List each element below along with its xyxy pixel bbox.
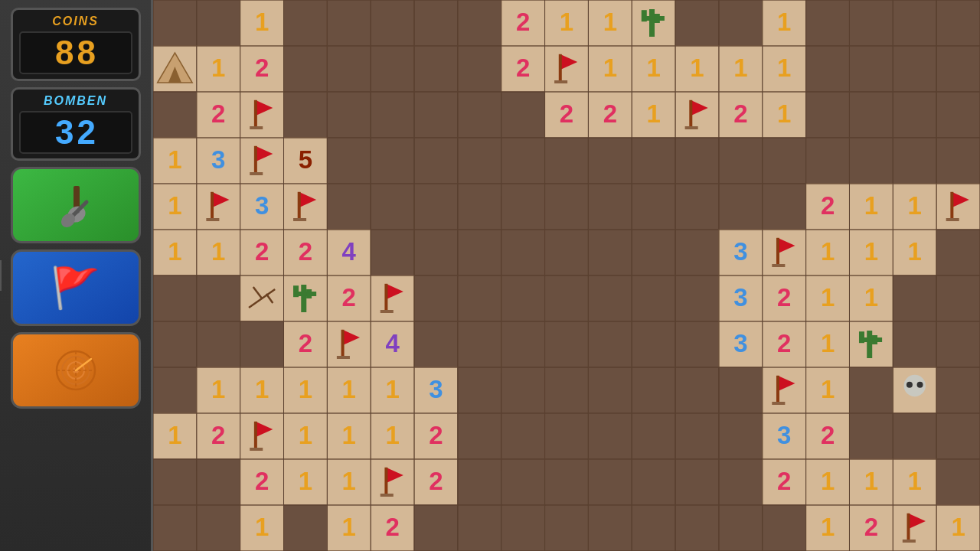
flag-icon: 🚩 — [51, 265, 100, 311]
sidebar: COINS 8 8 BOMBEN 3 2 🚩 — [0, 0, 153, 551]
flag-tool-button[interactable]: 🚩 — [11, 249, 141, 326]
coins-label: COINS — [19, 15, 132, 28]
shovel-tool-button[interactable] — [11, 167, 141, 243]
shovel-icon — [53, 182, 99, 228]
radar-tool-button[interactable] — [11, 332, 141, 409]
coins-panel: COINS 8 8 — [11, 8, 141, 81]
bomben-digit1: 3 — [55, 116, 74, 149]
bomben-panel: BOMBEN 3 2 — [11, 87, 141, 161]
coins-digit2: 8 — [77, 36, 96, 70]
bomben-digit2: 2 — [77, 116, 96, 149]
coins-display: 8 8 — [19, 31, 132, 74]
bomben-label: BOMBEN — [19, 94, 132, 108]
game-grid-area — [153, 0, 980, 551]
minesweeper-canvas[interactable] — [153, 0, 980, 551]
bomben-display: 3 2 — [19, 111, 132, 154]
radar-icon — [53, 347, 99, 393]
sidebar-toggle-button[interactable]: ❮ — [0, 260, 2, 291]
coins-digit1: 8 — [55, 36, 74, 70]
